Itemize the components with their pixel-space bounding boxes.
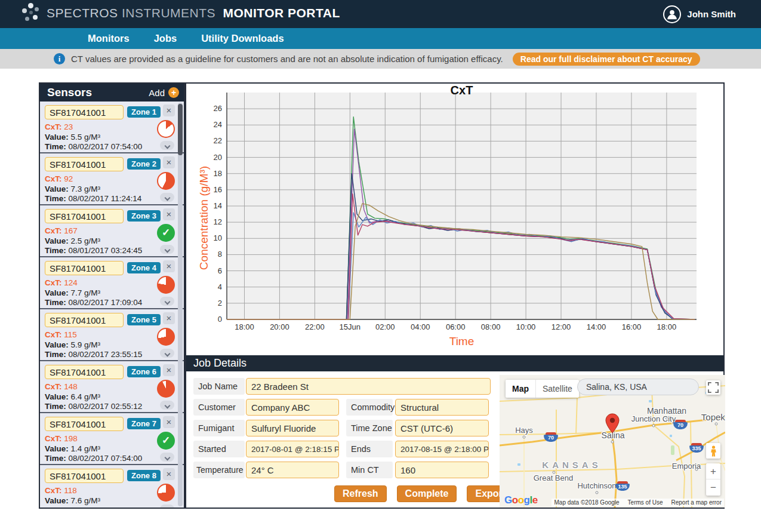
- sensors-header: Sensors Add +: [40, 84, 184, 102]
- progress-pie-icon: [157, 120, 175, 138]
- interstate-shield-icon: 70: [673, 420, 688, 429]
- expand-sensor-button[interactable]: [160, 245, 174, 254]
- nav-tab-monitors[interactable]: Monitors: [88, 33, 130, 44]
- chart-title: CxT: [227, 84, 697, 97]
- fumigant-input[interactable]: [246, 420, 339, 436]
- nav-tab-jobs[interactable]: Jobs: [154, 33, 177, 44]
- complete-button[interactable]: Complete: [397, 485, 457, 502]
- expand-sensor-button[interactable]: [160, 141, 174, 150]
- brand-spectros: SPECTROS: [47, 6, 118, 20]
- nav-tab-utility-downloads[interactable]: Utility Downloads: [201, 33, 284, 44]
- interstate-shield-icon: 335: [689, 443, 704, 453]
- job-details-header: Job Details: [186, 355, 723, 371]
- remove-sensor-button[interactable]: ×: [163, 364, 175, 376]
- sensor-time: Time: 08/02/2017 11:24:14: [45, 194, 141, 203]
- remove-sensor-button[interactable]: ×: [163, 312, 175, 324]
- sensor-list: Zone 1 × CxT: 23 Value: 5.5 g/M³ Time: 0…: [40, 102, 184, 508]
- customer-input[interactable]: [246, 399, 339, 416]
- terms-link[interactable]: Terms of Use: [628, 499, 663, 506]
- svg-text:4: 4: [218, 282, 222, 291]
- expand-sensor-button[interactable]: [160, 401, 174, 410]
- city-dot: [596, 491, 599, 494]
- sensor-id-input[interactable]: [45, 261, 124, 275]
- user-menu[interactable]: John Smith: [663, 5, 736, 23]
- min-ct-label: Min CT: [346, 462, 393, 478]
- chart-y-axis-label: Concentration (g/M³): [197, 128, 211, 307]
- temperature-input[interactable]: [246, 462, 339, 478]
- map-water: [649, 400, 652, 402]
- svg-text:22: 22: [214, 136, 222, 145]
- sensor-id-input[interactable]: [45, 157, 124, 171]
- sensor-value: Value: 7.7 g/M³: [45, 288, 100, 297]
- started-label: Started: [193, 441, 245, 457]
- job-name-label: Job Name: [193, 378, 245, 395]
- svg-text:14:00: 14:00: [587, 322, 606, 331]
- progress-pie-icon: [157, 484, 175, 502]
- avatar-icon: [663, 5, 681, 23]
- map-search-input[interactable]: [577, 379, 699, 395]
- commodity-input[interactable]: [395, 399, 489, 416]
- min-ct-input[interactable]: [395, 462, 489, 478]
- pegman-icon[interactable]: [706, 443, 720, 459]
- sensor-id-input[interactable]: [45, 209, 124, 223]
- zone-badge: Zone 5: [127, 314, 161, 325]
- expand-sensor-button[interactable]: [160, 349, 174, 358]
- ends-input[interactable]: [395, 441, 489, 457]
- report-error-link[interactable]: Report a map error: [671, 499, 722, 506]
- zone-badge: Zone 4: [127, 262, 161, 273]
- city-dot: [652, 425, 655, 428]
- time-zone-label: Time Zone: [346, 420, 393, 436]
- map-data-text: Map data ©2018 Google: [554, 499, 619, 506]
- chart-x-axis-label: Time: [227, 335, 697, 348]
- temperature-label: Temperature: [193, 462, 245, 478]
- scrollbar-thumb[interactable]: [178, 104, 183, 155]
- map-marker-icon[interactable]: [605, 413, 620, 436]
- fullscreen-icon[interactable]: [706, 380, 720, 395]
- expand-sensor-button[interactable]: [160, 505, 174, 508]
- brand-title: SPECTROS INSTRUMENTS MONITOR PORTAL: [47, 6, 340, 20]
- map-zoom-control: + −: [706, 463, 720, 496]
- sensor-id-input[interactable]: [45, 313, 124, 327]
- sensor-value: Value: 2.5 g/M³: [45, 236, 100, 245]
- sensor-id-input[interactable]: [45, 365, 124, 379]
- remove-sensor-button[interactable]: ×: [163, 208, 175, 220]
- zone-badge: Zone 8: [127, 470, 161, 481]
- sensor-list-scrollbar[interactable]: [178, 103, 183, 506]
- zone-badge: Zone 6: [127, 366, 161, 377]
- sensor-time: Time: 08/02/2017 07:54:00: [45, 506, 142, 508]
- chart-plot: 0246810121416182022242618:0020:0022:0015…: [186, 84, 723, 334]
- sensor-id-input[interactable]: [45, 105, 124, 119]
- remove-sensor-button[interactable]: ×: [163, 104, 175, 116]
- zoom-in-button[interactable]: +: [706, 463, 720, 479]
- city-dot: [715, 423, 718, 426]
- disclaimer-link-button[interactable]: Read our full disclaimer about CT accura…: [513, 53, 700, 66]
- complete-check-icon: ✓: [157, 224, 175, 242]
- zone-badge: Zone 2: [127, 158, 161, 170]
- city-label-topeka: Topeka: [701, 412, 725, 422]
- svg-text:02:00: 02:00: [375, 322, 395, 331]
- map-type-map-button[interactable]: Map: [506, 380, 535, 398]
- remove-sensor-button[interactable]: ×: [163, 468, 175, 480]
- time-zone-input[interactable]: [395, 420, 489, 436]
- expand-sensor-button[interactable]: [160, 453, 174, 462]
- zoom-out-button[interactable]: −: [706, 479, 720, 496]
- remove-sensor-button[interactable]: ×: [163, 156, 175, 168]
- map-type-satellite-button[interactable]: Satellite: [535, 380, 579, 398]
- expand-sensor-button[interactable]: [160, 297, 174, 306]
- remove-sensor-button[interactable]: ×: [163, 260, 175, 272]
- sensor-id-input[interactable]: [45, 469, 124, 483]
- sensor-id-input[interactable]: [45, 417, 124, 431]
- location-map[interactable]: HaysSalinaManhattanJunction CityTopekaGr…: [500, 375, 725, 508]
- sensor-cxt: CxT: 198: [45, 434, 78, 443]
- started-input[interactable]: [246, 441, 339, 457]
- remove-sensor-button[interactable]: ×: [163, 416, 175, 428]
- job-name-input[interactable]: [246, 378, 491, 395]
- expand-sensor-button[interactable]: [160, 193, 174, 202]
- city-label-hays: Hays: [515, 426, 533, 435]
- add-sensor-button[interactable]: +: [168, 87, 179, 98]
- sensor-cxt: CxT: 92: [45, 174, 73, 183]
- svg-text:18:00: 18:00: [657, 322, 677, 331]
- refresh-button[interactable]: Refresh: [334, 485, 387, 502]
- svg-text:12:00: 12:00: [552, 322, 571, 331]
- svg-text:14: 14: [214, 201, 222, 210]
